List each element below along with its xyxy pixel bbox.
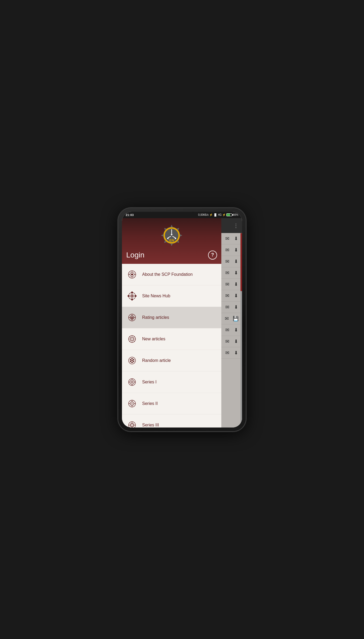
mail-icon[interactable]: ✉ [225,259,229,264]
mail-icon[interactable]: ✉ [225,270,229,276]
svg-rect-18 [132,292,133,293]
download-icon[interactable]: ⬇ [234,270,238,276]
svg-point-15 [131,274,133,275]
news-label: Site News Hub [142,294,170,298]
scroll-bar [240,233,242,428]
svg-point-31 [131,338,133,340]
svg-point-51 [131,381,133,383]
mail-icon[interactable]: ✉ [225,338,229,344]
svg-point-58 [131,403,133,404]
svg-point-42 [132,360,133,361]
mail-icon[interactable]: ✉ [225,350,229,356]
svg-point-45 [133,361,134,362]
random-label: Random article [142,358,171,363]
notif-row: ✉ ⬇ [221,290,242,302]
notification-panel: ⋮ ✉ ⬇ ✉ ⬇ ✉ ⬇ ✉ [221,218,242,428]
series1-icon [126,376,138,388]
login-title: Login [126,251,145,259]
svg-point-48 [130,359,131,360]
mail-icon[interactable]: ✉ [225,327,229,333]
menu-list: About the SCP Foundation [122,264,221,428]
battery-bar [226,213,232,216]
download-icon[interactable]: ⬇ [234,247,238,253]
main-panel: EN Login ? [122,218,221,428]
battery-charging-icon: ⚡ [222,213,226,216]
notif-row: ✉ ⬇ [221,279,242,290]
notif-scroll[interactable]: ✉ ⬇ ✉ ⬇ ✉ ⬇ ✉ ⬇ [221,233,242,428]
menu-item-series1[interactable]: Series I [122,371,221,393]
mail-icon[interactable]: ✉ [225,236,229,242]
svg-point-64 [130,423,134,427]
new-articles-icon [126,333,138,345]
help-button[interactable]: ? [208,251,217,260]
svg-rect-20 [128,295,129,297]
status-bar: 21:03 0,00КБ/с ⚡ ▐▌ 4G ⚡ 66% [122,212,242,218]
status-right: 0,00КБ/с ⚡ ▐▌ 4G ⚡ 66% [198,213,238,216]
notif-row: ✉ ⬇ [221,347,242,359]
download-icon[interactable]: ⬇ [234,259,238,264]
download-icon[interactable]: ⬇ [234,293,238,299]
menu-item-series2[interactable]: Series II [122,393,221,414]
save-icon[interactable]: 💾 [233,316,239,321]
svg-point-44 [133,359,134,360]
news-icon [126,290,138,302]
download-icon[interactable]: ⬇ [234,338,238,344]
battery-fill [227,214,230,216]
svg-point-22 [132,295,133,297]
scroll-thumb [240,233,242,291]
signal-icon: ▐▌ [213,213,217,216]
svg-text:EN: EN [169,238,174,242]
scp-logo: EN [160,223,184,247]
header-logo: EN [126,223,217,247]
notif-row: ✉ ⬇ [221,233,242,244]
download-icon[interactable]: ⬇ [234,236,238,242]
download-icon[interactable]: ⬇ [234,350,238,356]
rating-icon [126,312,138,323]
notif-row: ✉ ⬇ [221,256,242,267]
download-icon[interactable]: ⬇ [234,327,238,333]
app-header: EN Login ? [122,218,221,264]
mail-icon[interactable]: ✉ [225,293,229,299]
mail-icon[interactable]: ✉ [225,281,229,287]
menu-item-series3[interactable]: Series III [122,414,221,428]
series3-icon [126,419,138,428]
download-icon[interactable]: ⬇ [234,304,238,310]
menu-item-news[interactable]: Site News Hub [122,285,221,307]
network-type: 4G [218,213,222,216]
mail-icon[interactable]: ✉ [225,316,229,321]
battery-percent: 66% [233,213,238,216]
svg-line-38 [133,337,134,338]
svg-marker-29 [130,316,134,319]
phone-screen: 21:03 0,00КБ/с ⚡ ▐▌ 4G ⚡ 66% [122,212,242,428]
svg-point-47 [130,361,131,362]
svg-point-50 [130,380,134,384]
menu-item-random[interactable]: Random article [122,350,221,371]
status-time: 21:03 [126,213,134,217]
mail-icon[interactable]: ✉ [225,247,229,253]
notif-row: ✉ ⬇ [221,336,242,347]
notif-row: ✉ ⬇ [221,324,242,336]
svg-line-37 [133,340,134,341]
menu-item-new[interactable]: New articles [122,328,221,350]
mail-icon[interactable]: ✉ [225,304,229,310]
menu-item-about[interactable]: About the SCP Foundation [122,264,221,285]
menu-item-rating[interactable]: Rating articles [122,307,221,328]
three-dots-icon[interactable]: ⋮ [233,222,239,229]
new-articles-label: New articles [142,337,165,341]
notif-header: ⋮ [221,218,242,233]
svg-rect-65 [131,424,133,426]
svg-line-36 [130,337,131,338]
phone-device: 21:03 0,00КБ/с ⚡ ▐▌ 4G ⚡ 66% [118,208,246,431]
notif-row: ✉ ⬇ [221,244,242,256]
svg-rect-21 [135,295,136,297]
random-icon [126,355,138,366]
svg-line-39 [130,340,131,341]
svg-point-43 [132,358,133,359]
series1-label: Series I [142,380,156,384]
notif-row: ✉ ⬇ [221,267,242,279]
download-icon[interactable]: ⬇ [234,281,238,287]
help-icon: ? [211,252,214,258]
series2-label: Series II [142,401,158,406]
svg-point-57 [130,402,134,405]
bluetooth-icon: ⚡ [209,213,213,216]
